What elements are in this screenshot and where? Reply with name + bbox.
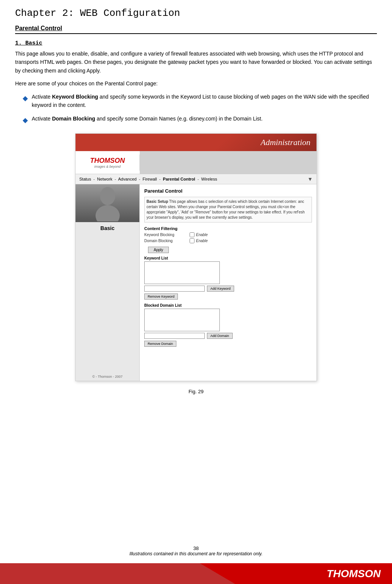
body-paragraph: This page allows you to enable, disable,… — [15, 49, 377, 75]
nav-close-icon[interactable]: ▼ — [307, 176, 313, 182]
figure-caption: Fig. 29 — [15, 389, 377, 394]
domain-blocking-checkbox[interactable] — [190, 238, 194, 243]
domain-list-section: Blocked Domain List Add Domain Remove Do… — [144, 303, 312, 347]
keyword-blocking-label: Keyword Blocking — [144, 233, 190, 237]
keyword-blocking-checkbox[interactable] — [190, 232, 194, 237]
sidebar-person-image — [76, 184, 139, 222]
person-silhouette-icon — [93, 185, 123, 221]
page-number: 38 — [0, 545, 392, 551]
domain-input-row: Add Domain — [144, 333, 312, 339]
apply-button-row: Apply — [144, 246, 312, 253]
keyword-list-label: Keyword List — [144, 256, 312, 260]
svg-point-1 — [96, 205, 120, 221]
list-item: ◆ Activate Domain Blocking and specify s… — [23, 114, 377, 126]
bullet-text-2: Activate Domain Blocking and specify som… — [32, 114, 262, 123]
thomson-logo: THOMSON images & beyond — [76, 154, 140, 171]
screenshot-container: Administration THOMSON images & beyond S… — [75, 133, 317, 381]
content-filtering-section: Content Filtering Keyword Blocking Enabl… — [144, 226, 312, 243]
blocked-domain-list-label: Blocked Domain List — [144, 303, 312, 307]
add-domain-button[interactable]: Add Domain — [207, 333, 233, 339]
footer-bar: THOMSON — [0, 563, 392, 584]
screenshot-body: Basic © - Thomson - 2007 Parental Contro… — [76, 184, 316, 381]
basic-setup-description: Basic Setup This page allows bas c selec… — [144, 197, 312, 222]
subsection-title: 1. Basic — [15, 40, 377, 46]
nav-advanced[interactable]: Advanced — [118, 177, 137, 181]
add-keyword-button[interactable]: Add Keyword — [207, 286, 234, 292]
list-item: ◆ Activate Keyword Blocking and specify … — [23, 93, 377, 110]
nav-bar: Status - Network - Advanced - Firewall -… — [76, 174, 316, 184]
keyword-enable-text: Enable — [196, 233, 208, 237]
nav-wireless[interactable]: Wireless — [201, 177, 217, 181]
sidebar-copyright: © - Thomson - 2007 — [76, 375, 139, 379]
remove-keyword-button[interactable]: Remove Keyword — [144, 294, 178, 300]
main-content-area: Parental Control Basic Setup This page a… — [140, 184, 316, 381]
basic-setup-desc-text: This page allows bas c selection of rule… — [147, 199, 305, 219]
left-sidebar: Basic © - Thomson - 2007 — [76, 184, 140, 381]
page-main-title: Parental Control — [144, 188, 312, 194]
domain-input[interactable] — [144, 333, 205, 339]
keyword-input[interactable] — [144, 286, 205, 292]
nav-links: Status - Network - Advanced - Firewall -… — [79, 177, 217, 181]
nav-firewall[interactable]: Firewall — [143, 177, 157, 181]
sidebar-basic-label: Basic — [76, 222, 139, 234]
footer-thomson-logo: THOMSON — [327, 568, 381, 580]
remove-domain-button[interactable]: Remove Domain — [144, 341, 176, 347]
keyword-list-textarea[interactable] — [144, 261, 220, 284]
bullet-diamond-icon: ◆ — [23, 93, 28, 104]
keyword-blocking-row: Keyword Blocking Enable — [144, 232, 312, 237]
domain-blocking-row: Domain Blocking Enable — [144, 238, 312, 243]
footer-note: Illustrations contained in this document… — [0, 551, 392, 556]
nav-parental-control[interactable]: Parental Control — [163, 177, 195, 181]
bullet-text-1: Activate Keyword Blocking and specify so… — [32, 93, 377, 110]
domain-list-textarea[interactable] — [144, 309, 220, 331]
keyword-input-row: Add Keyword — [144, 286, 312, 292]
domain-blocking-label: Domain Blocking — [144, 239, 190, 243]
nav-status[interactable]: Status — [79, 177, 91, 181]
feature-list: ◆ Activate Keyword Blocking and specify … — [23, 93, 377, 126]
domain-enable-text: Enable — [196, 239, 208, 243]
bullet-diamond-icon: ◆ — [23, 115, 28, 126]
svg-point-0 — [100, 187, 115, 205]
chapter-title: Chapter 2: WEB Configuration — [15, 8, 377, 19]
content-filtering-label: Content Filtering — [144, 226, 312, 231]
intro-sentence: Here are some of your choices on the Par… — [15, 79, 377, 88]
admin-header: Administration — [76, 134, 316, 151]
nav-network[interactable]: Network — [97, 177, 112, 181]
thomson-logo-bar: THOMSON images & beyond — [76, 151, 316, 174]
section-header: Parental Control — [15, 25, 377, 34]
basic-setup-label: Basic Setup — [147, 199, 168, 204]
apply-button[interactable]: Apply — [148, 247, 169, 253]
keyword-list-section: Keyword List Add Keyword Remove Keyword — [144, 256, 312, 300]
